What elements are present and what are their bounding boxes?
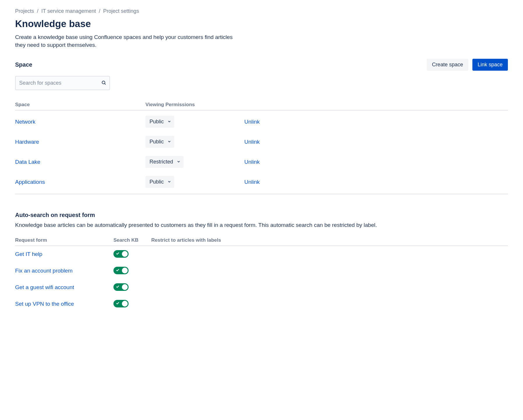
search-kb-toggle[interactable]: [113, 267, 129, 274]
unlink-link[interactable]: Unlink: [244, 159, 260, 165]
link-space-button[interactable]: Link space: [472, 59, 508, 71]
breadcrumb-projects[interactable]: Projects: [15, 8, 34, 14]
toggle-knob: [122, 284, 128, 290]
table-row: Get a guest wifi account: [15, 279, 508, 296]
space-actions: Create space Link space: [427, 59, 508, 71]
table-row: Set up VPN to the office: [15, 296, 508, 312]
unlink-link[interactable]: Unlink: [244, 119, 260, 125]
space-header-row: Space Create space Link space: [15, 59, 508, 71]
request-form-link[interactable]: Set up VPN to the office: [15, 301, 74, 307]
search-kb-toggle[interactable]: [113, 283, 129, 291]
page-title: Knowledge base: [15, 18, 508, 29]
space-search-wrap: [15, 76, 110, 90]
table-row: ApplicationsPublicUnlink: [15, 172, 508, 192]
col-search-kb: Search KB: [113, 237, 151, 243]
spaces-table-header: Space Viewing Permissions: [15, 102, 508, 111]
check-icon: [116, 252, 120, 256]
space-section-label: Space: [15, 61, 32, 68]
create-space-button[interactable]: Create space: [427, 59, 468, 71]
check-icon: [116, 301, 120, 306]
request-forms-table: Request form Search KB Restrict to artic…: [15, 237, 508, 312]
breadcrumb-project-settings[interactable]: Project settings: [103, 8, 139, 14]
request-form-link[interactable]: Get a guest wifi account: [15, 284, 74, 290]
toggle-knob: [122, 268, 128, 273]
breadcrumb: Projects / IT service management / Proje…: [15, 8, 508, 14]
toggle-knob: [122, 301, 128, 307]
col-request-form: Request form: [15, 237, 113, 243]
request-form-link[interactable]: Fix an account problem: [15, 268, 73, 274]
col-actions: [244, 102, 508, 108]
space-link[interactable]: Hardware: [15, 139, 39, 145]
unlink-link[interactable]: Unlink: [244, 139, 260, 145]
autosearch-heading: Auto-search on request form: [15, 212, 508, 218]
space-link[interactable]: Network: [15, 119, 35, 125]
autosearch-description: Knowledge base articles can be automatic…: [15, 221, 508, 229]
col-permissions: Viewing Permissions: [145, 102, 244, 108]
unlink-link[interactable]: Unlink: [244, 179, 260, 185]
page-description: Create a knowledge base using Confluence…: [15, 33, 236, 49]
permission-select[interactable]: Public: [145, 136, 174, 148]
svg-point-0: [102, 81, 105, 84]
table-row: NetworkPublicUnlink: [15, 112, 508, 132]
breadcrumb-separator: /: [99, 8, 100, 14]
spaces-table: Space Viewing Permissions NetworkPublicU…: [15, 102, 508, 194]
permission-select[interactable]: Restricted: [145, 156, 184, 168]
permission-select[interactable]: Public: [145, 116, 174, 128]
table-row: Get IT help: [15, 246, 508, 263]
autosearch-section: Auto-search on request form Knowledge ba…: [15, 212, 508, 312]
breadcrumb-separator: /: [37, 8, 38, 14]
svg-line-1: [104, 83, 106, 85]
check-icon: [116, 268, 120, 273]
space-link[interactable]: Applications: [15, 179, 45, 185]
breadcrumb-itsm[interactable]: IT service management: [41, 8, 96, 14]
table-row: Fix an account problem: [15, 263, 508, 279]
request-form-link[interactable]: Get IT help: [15, 251, 42, 257]
table-row: HardwarePublicUnlink: [15, 132, 508, 152]
space-search-input[interactable]: [15, 76, 110, 90]
space-link[interactable]: Data Lake: [15, 159, 40, 165]
col-space: Space: [15, 102, 145, 108]
search-kb-toggle[interactable]: [113, 300, 129, 307]
table-row: Data LakeRestrictedUnlink: [15, 152, 508, 172]
col-restrict-labels: Restrict to articles with labels: [151, 237, 508, 243]
permission-select[interactable]: Public: [145, 176, 174, 188]
search-icon: [101, 80, 106, 86]
check-icon: [116, 285, 120, 289]
search-kb-toggle[interactable]: [113, 250, 129, 258]
request-forms-header: Request form Search KB Restrict to artic…: [15, 237, 508, 246]
toggle-knob: [122, 251, 128, 257]
